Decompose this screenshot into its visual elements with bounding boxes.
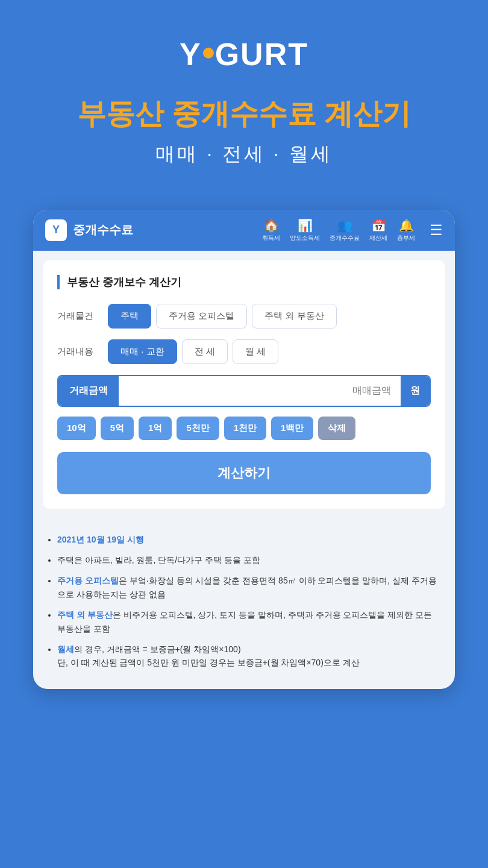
sub-title: 매매 · 전세 · 월세 <box>155 141 332 168</box>
transaction-monthly[interactable]: 월 세 <box>233 339 278 364</box>
quick-btn-delete[interactable]: 삭제 <box>318 417 355 440</box>
main-title: 부동산 중개수수료 계산기 <box>77 96 411 131</box>
calendar-icon: 📅 <box>371 218 386 233</box>
trade-type-house[interactable]: 주택 <box>108 304 151 329</box>
info-section: 2021년 10월 19일 시행 주택은 아파트, 빌라, 원룸, 단독/다가구… <box>33 518 455 689</box>
info-item-other: 주택 외 부동산은 비주거용 오피스텔, 상가, 토지 등을 말하며, 주택과 … <box>57 608 443 635</box>
calculate-button[interactable]: 계산하기 <box>57 452 431 494</box>
nav-label-transfer: 양도소득세 <box>290 234 320 242</box>
app-card: Y 중개수수료 🏠 취득세 📊 양도소득세 👥 중개수수료 📅 재산세 🔔 <box>33 210 455 689</box>
home-icon: 🏠 <box>264 218 279 233</box>
trade-type-row: 거래물건 주택 주거용 오피스텔 주택 외 부동산 <box>57 304 431 329</box>
section-title: 부동산 중개보수 계산기 <box>57 275 431 289</box>
quick-btn-1천만[interactable]: 1천만 <box>224 417 266 440</box>
nav-item-acquisition-tax[interactable]: 🏠 취득세 <box>262 218 280 242</box>
info-other-highlight: 주택 외 부동산 <box>57 610 113 620</box>
trade-type-officetel[interactable]: 주거용 오피스텔 <box>156 304 247 329</box>
logo-dot <box>203 48 214 58</box>
app-logo-letter: Y <box>52 224 60 236</box>
transaction-type-group: 매매 · 교환 전 세 월 세 <box>108 339 278 364</box>
nav-label-property: 재산세 <box>369 234 387 242</box>
trade-type-other[interactable]: 주택 외 부동산 <box>252 304 336 329</box>
nav-item-transfer-tax[interactable]: 📊 양도소득세 <box>290 218 320 242</box>
app-logo-icon: Y <box>45 219 67 241</box>
page-header: YGURT 부동산 중개수수료 계산기 매매 · 전세 · 월세 <box>0 0 488 186</box>
amount-input[interactable] <box>119 377 401 404</box>
people-icon: 👥 <box>337 218 352 233</box>
app-header-title: 중개수수료 <box>73 222 133 238</box>
nav-label-brokerage: 중개수수료 <box>330 234 360 242</box>
amount-unit: 원 <box>401 376 430 406</box>
hamburger-menu-icon[interactable]: ☰ <box>430 222 443 239</box>
nav-item-comprehensive-tax[interactable]: 🔔 종부세 <box>397 218 415 242</box>
transaction-type-row: 거래내용 매매 · 교환 전 세 월 세 <box>57 339 431 364</box>
trade-type-label: 거래물건 <box>57 310 101 322</box>
quick-btn-5억[interactable]: 5억 <box>101 417 134 440</box>
transaction-jeonse[interactable]: 전 세 <box>182 339 228 364</box>
info-date-highlight: 2021년 10월 19일 시행 <box>57 535 144 544</box>
amount-label: 거래금액 <box>58 376 119 406</box>
logo-text: YGURT <box>180 37 308 72</box>
amount-row: 거래금액 원 <box>57 375 431 407</box>
nav-label-acquisition: 취득세 <box>262 234 280 242</box>
info-item-monthly: 월세의 경우, 거래금액 = 보증금+(월 차임액×100)단, 이 때 계산된… <box>57 643 443 670</box>
quick-amount-buttons: 10억 5억 1억 5천만 1천만 1백만 삭제 <box>57 417 431 440</box>
info-item-house: 주택은 아파트, 빌라, 원룸, 단독/다가구 주택 등을 포함 <box>57 553 443 567</box>
info-monthly-highlight: 월세 <box>57 644 74 654</box>
app-header-left: Y 중개수수료 <box>45 219 133 241</box>
transaction-type-label: 거래내용 <box>57 346 101 357</box>
info-officetel-highlight: 주거용 오피스텔 <box>57 576 119 585</box>
app-header: Y 중개수수료 🏠 취득세 📊 양도소득세 👥 중개수수료 📅 재산세 🔔 <box>33 210 455 251</box>
quick-btn-1억[interactable]: 1억 <box>139 417 172 440</box>
app-content: 부동산 중개보수 계산기 거래물건 주택 주거용 오피스텔 주택 외 부동산 거… <box>43 260 445 509</box>
trade-type-group: 주택 주거용 오피스텔 주택 외 부동산 <box>108 304 337 329</box>
info-item-date: 2021년 10월 19일 시행 <box>57 533 443 546</box>
bell-icon: 🔔 <box>399 218 414 233</box>
chart-icon: 📊 <box>298 218 313 233</box>
info-item-officetel: 주거용 오피스텔은 부엌·화장실 등의 시설을 갖춘 전용면적 85㎡ 이하 오… <box>57 574 443 601</box>
nav-item-brokerage[interactable]: 👥 중개수수료 <box>330 218 360 242</box>
nav-label-comprehensive: 종부세 <box>397 234 415 242</box>
quick-btn-1백만[interactable]: 1백만 <box>271 417 313 440</box>
nav-item-property-tax[interactable]: 📅 재산세 <box>369 218 387 242</box>
transaction-sale[interactable]: 매매 · 교환 <box>108 339 177 364</box>
logo-container: YGURT <box>180 36 308 72</box>
info-list: 2021년 10월 19일 시행 주택은 아파트, 빌라, 원룸, 단독/다가구… <box>45 533 443 670</box>
quick-btn-10억[interactable]: 10억 <box>57 417 96 440</box>
quick-btn-5천만[interactable]: 5천만 <box>177 417 219 440</box>
app-nav: 🏠 취득세 📊 양도소득세 👥 중개수수료 📅 재산세 🔔 종부세 ☰ <box>262 218 443 242</box>
